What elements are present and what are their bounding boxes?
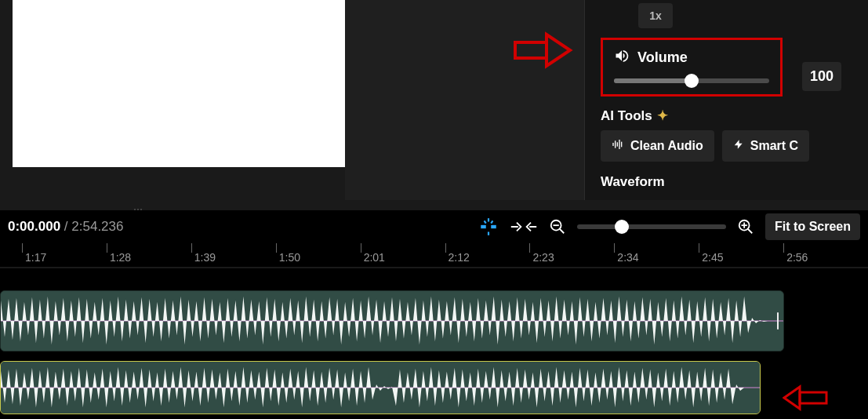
zoom-out-icon[interactable]: [549, 218, 566, 235]
annotation-arrow: [514, 31, 576, 71]
smart-cut-label: Smart C: [750, 139, 798, 153]
fast-button[interactable]: [681, 3, 710, 28]
bolt-icon: [733, 138, 744, 154]
side-panel: 1x Volume 100 AI Tools ✦ Clean Audio: [584, 0, 868, 200]
timeline-tracks: [0, 268, 868, 419]
trim-icon[interactable]: [510, 219, 538, 235]
time-display: 0:00.000 / 2:54.236: [8, 219, 124, 235]
audio-clip-2[interactable]: [0, 361, 761, 414]
snap-icon[interactable]: [478, 217, 499, 237]
zoom-slider[interactable]: [577, 224, 726, 229]
current-time: 0:00.000: [8, 219, 60, 234]
sparkle-icon: ✦: [657, 107, 668, 124]
speed-indicator: 1x: [638, 3, 673, 28]
clean-audio-label: Clean Audio: [630, 139, 703, 153]
svg-rect-22: [515, 42, 547, 58]
svg-rect-1: [615, 140, 616, 148]
slow-button[interactable]: [601, 3, 630, 28]
timeline-toolbar: 0:00.000 / 2:54.236 Fit to Screen: [0, 210, 868, 243]
svg-rect-23: [800, 392, 826, 403]
timeline-ruler[interactable]: 1:17 1:28 1:39 1:50 2:01 2:12 2:23 2:34 …: [0, 243, 868, 267]
waveform-title: Waveform: [601, 174, 665, 190]
volume-slider[interactable]: [614, 78, 769, 83]
smart-cut-button[interactable]: Smart C: [722, 130, 809, 162]
ai-tools-title: AI Tools: [601, 108, 652, 124]
svg-rect-3: [619, 140, 619, 149]
svg-line-9: [485, 220, 486, 223]
svg-rect-0: [612, 143, 613, 146]
fit-to-screen-button[interactable]: Fit to Screen: [765, 213, 860, 240]
volume-label: Volume: [637, 49, 688, 66]
svg-line-12: [560, 229, 565, 234]
annotation-arrow: [783, 384, 830, 411]
volume-panel: Volume 100: [601, 38, 783, 97]
svg-rect-2: [617, 142, 618, 146]
wave-bars-icon: [612, 138, 624, 154]
audio-clip-1[interactable]: [0, 290, 784, 352]
video-preview-pane: [13, 0, 345, 167]
speaker-icon: [614, 48, 630, 67]
clean-audio-button[interactable]: Clean Audio: [601, 130, 714, 162]
svg-line-15: [748, 229, 753, 234]
svg-rect-4: [621, 142, 622, 148]
clip-trim-handle[interactable]: [777, 312, 779, 330]
preview-background: [345, 0, 584, 200]
zoom-in-icon[interactable]: [737, 218, 754, 235]
svg-line-10: [491, 220, 492, 223]
total-time: 2:54.236: [71, 219, 123, 234]
volume-value: 100: [802, 62, 841, 91]
